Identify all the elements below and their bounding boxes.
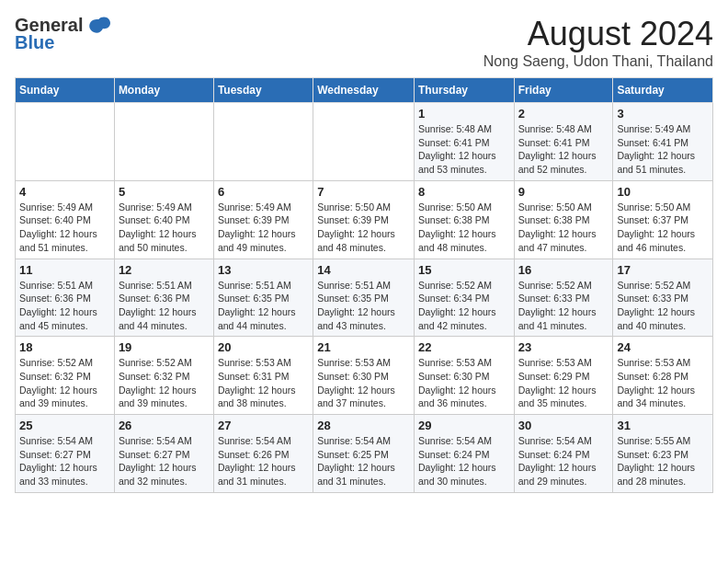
title-section: August 2024 Nong Saeng, Udon Thani, Thai… (483, 15, 713, 70)
calendar-cell: 13Sunrise: 5:51 AMSunset: 6:35 PMDayligh… (213, 259, 313, 337)
day-number: 17 (617, 263, 709, 277)
calendar-cell: 23Sunrise: 5:53 AMSunset: 6:29 PMDayligh… (514, 337, 613, 415)
weekday-header-monday: Monday (114, 78, 213, 103)
weekday-header-row: SundayMondayTuesdayWednesdayThursdayFrid… (16, 78, 713, 103)
day-number: 13 (218, 263, 309, 277)
day-number: 11 (19, 263, 110, 277)
weekday-header-thursday: Thursday (414, 78, 514, 103)
calendar-cell: 18Sunrise: 5:52 AMSunset: 6:32 PMDayligh… (16, 337, 115, 415)
cell-detail: Sunrise: 5:48 AMSunset: 6:41 PMDaylight:… (518, 122, 609, 177)
day-number: 22 (418, 340, 510, 354)
day-number: 31 (617, 419, 709, 432)
weekday-header-wednesday: Wednesday (313, 78, 415, 103)
cell-detail: Sunrise: 5:48 AMSunset: 6:41 PMDaylight:… (418, 122, 510, 177)
day-number: 23 (518, 340, 609, 354)
weekday-header-saturday: Saturday (613, 78, 713, 103)
calendar-cell: 21Sunrise: 5:53 AMSunset: 6:30 PMDayligh… (313, 337, 415, 415)
cell-detail: Sunrise: 5:54 AMSunset: 6:24 PMDaylight:… (418, 434, 510, 488)
day-number: 12 (119, 263, 210, 277)
calendar-cell: 14Sunrise: 5:51 AMSunset: 6:35 PMDayligh… (313, 259, 415, 337)
cell-detail: Sunrise: 5:49 AMSunset: 6:39 PMDaylight:… (218, 201, 309, 255)
calendar-cell: 22Sunrise: 5:53 AMSunset: 6:30 PMDayligh… (414, 337, 514, 415)
cell-detail: Sunrise: 5:50 AMSunset: 6:38 PMDaylight:… (418, 201, 510, 255)
cell-detail: Sunrise: 5:51 AMSunset: 6:36 PMDaylight:… (19, 279, 110, 333)
day-number: 29 (418, 419, 510, 432)
cell-detail: Sunrise: 5:55 AMSunset: 6:23 PMDaylight:… (617, 434, 709, 488)
weekday-header-tuesday: Tuesday (213, 78, 313, 103)
calendar-cell: 15Sunrise: 5:52 AMSunset: 6:34 PMDayligh… (414, 259, 514, 337)
calendar-cell: 26Sunrise: 5:54 AMSunset: 6:27 PMDayligh… (114, 415, 213, 493)
day-number: 5 (119, 185, 210, 199)
calendar-cell: 19Sunrise: 5:52 AMSunset: 6:32 PMDayligh… (114, 337, 213, 415)
day-number: 8 (418, 185, 510, 199)
cell-detail: Sunrise: 5:51 AMSunset: 6:35 PMDaylight:… (218, 279, 309, 333)
logo: General Blue (15, 15, 112, 53)
day-number: 21 (317, 340, 410, 354)
cell-detail: Sunrise: 5:53 AMSunset: 6:30 PMDaylight:… (418, 356, 510, 410)
cell-detail: Sunrise: 5:49 AMSunset: 6:40 PMDaylight:… (19, 201, 110, 255)
calendar-table: SundayMondayTuesdayWednesdayThursdayFrid… (15, 77, 713, 493)
calendar-week-row: 25Sunrise: 5:54 AMSunset: 6:27 PMDayligh… (16, 415, 713, 493)
day-number: 28 (317, 419, 410, 432)
day-number: 24 (617, 340, 709, 354)
cell-detail: Sunrise: 5:53 AMSunset: 6:31 PMDaylight:… (218, 356, 309, 410)
cell-detail: Sunrise: 5:50 AMSunset: 6:39 PMDaylight:… (317, 201, 410, 255)
calendar-cell: 29Sunrise: 5:54 AMSunset: 6:24 PMDayligh… (414, 415, 514, 493)
cell-detail: Sunrise: 5:52 AMSunset: 6:32 PMDaylight:… (119, 356, 210, 410)
calendar-cell: 11Sunrise: 5:51 AMSunset: 6:36 PMDayligh… (16, 259, 115, 337)
calendar-cell: 30Sunrise: 5:54 AMSunset: 6:24 PMDayligh… (514, 415, 613, 493)
day-number: 14 (317, 263, 410, 277)
logo-bird-icon (86, 16, 112, 36)
day-number: 26 (119, 419, 210, 432)
cell-detail: Sunrise: 5:49 AMSunset: 6:41 PMDaylight:… (617, 122, 709, 177)
cell-detail: Sunrise: 5:52 AMSunset: 6:33 PMDaylight:… (518, 279, 609, 333)
calendar-cell (114, 103, 213, 181)
calendar-cell: 16Sunrise: 5:52 AMSunset: 6:33 PMDayligh… (514, 259, 613, 337)
location-title: Nong Saeng, Udon Thani, Thailand (483, 53, 713, 70)
cell-detail: Sunrise: 5:52 AMSunset: 6:34 PMDaylight:… (418, 279, 510, 333)
day-number: 2 (518, 107, 609, 121)
calendar-cell: 8Sunrise: 5:50 AMSunset: 6:38 PMDaylight… (414, 180, 514, 259)
calendar-cell: 6Sunrise: 5:49 AMSunset: 6:39 PMDaylight… (213, 180, 313, 259)
cell-detail: Sunrise: 5:51 AMSunset: 6:35 PMDaylight:… (317, 279, 410, 333)
cell-detail: Sunrise: 5:53 AMSunset: 6:28 PMDaylight:… (617, 356, 709, 410)
cell-detail: Sunrise: 5:54 AMSunset: 6:24 PMDaylight:… (518, 434, 609, 488)
cell-detail: Sunrise: 5:53 AMSunset: 6:30 PMDaylight:… (317, 356, 410, 410)
calendar-cell: 20Sunrise: 5:53 AMSunset: 6:31 PMDayligh… (213, 337, 313, 415)
calendar-cell: 31Sunrise: 5:55 AMSunset: 6:23 PMDayligh… (613, 415, 713, 493)
day-number: 3 (617, 107, 709, 121)
calendar-cell: 12Sunrise: 5:51 AMSunset: 6:36 PMDayligh… (114, 259, 213, 337)
calendar-cell: 17Sunrise: 5:52 AMSunset: 6:33 PMDayligh… (613, 259, 713, 337)
calendar-cell (213, 103, 313, 181)
cell-detail: Sunrise: 5:51 AMSunset: 6:36 PMDaylight:… (119, 279, 210, 333)
weekday-header-sunday: Sunday (16, 78, 115, 103)
calendar-cell: 10Sunrise: 5:50 AMSunset: 6:37 PMDayligh… (613, 180, 713, 259)
day-number: 15 (418, 263, 510, 277)
calendar-week-row: 11Sunrise: 5:51 AMSunset: 6:36 PMDayligh… (16, 259, 713, 337)
calendar-cell: 1Sunrise: 5:48 AMSunset: 6:41 PMDaylight… (414, 103, 514, 181)
cell-detail: Sunrise: 5:52 AMSunset: 6:33 PMDaylight:… (617, 279, 709, 333)
cell-detail: Sunrise: 5:54 AMSunset: 6:26 PMDaylight:… (218, 434, 309, 488)
calendar-cell: 4Sunrise: 5:49 AMSunset: 6:40 PMDaylight… (16, 180, 115, 259)
page-header: General Blue August 2024 Nong Saeng, Udo… (15, 15, 713, 70)
calendar-cell: 25Sunrise: 5:54 AMSunset: 6:27 PMDayligh… (16, 415, 115, 493)
calendar-cell: 28Sunrise: 5:54 AMSunset: 6:25 PMDayligh… (313, 415, 415, 493)
day-number: 6 (218, 185, 309, 199)
calendar-cell: 24Sunrise: 5:53 AMSunset: 6:28 PMDayligh… (613, 337, 713, 415)
calendar-cell: 5Sunrise: 5:49 AMSunset: 6:40 PMDaylight… (114, 180, 213, 259)
cell-detail: Sunrise: 5:54 AMSunset: 6:25 PMDaylight:… (317, 434, 410, 488)
day-number: 18 (19, 340, 110, 354)
cell-detail: Sunrise: 5:54 AMSunset: 6:27 PMDaylight:… (119, 434, 210, 488)
day-number: 7 (317, 185, 410, 199)
calendar-cell (313, 103, 415, 181)
calendar-week-row: 4Sunrise: 5:49 AMSunset: 6:40 PMDaylight… (16, 180, 713, 259)
day-number: 9 (518, 185, 609, 199)
cell-detail: Sunrise: 5:49 AMSunset: 6:40 PMDaylight:… (119, 201, 210, 255)
cell-detail: Sunrise: 5:52 AMSunset: 6:32 PMDaylight:… (19, 356, 110, 410)
month-title: August 2024 (483, 15, 713, 53)
day-number: 4 (19, 185, 110, 199)
day-number: 27 (218, 419, 309, 432)
cell-detail: Sunrise: 5:54 AMSunset: 6:27 PMDaylight:… (19, 434, 110, 488)
calendar-cell: 2Sunrise: 5:48 AMSunset: 6:41 PMDaylight… (514, 103, 613, 181)
calendar-cell (16, 103, 115, 181)
